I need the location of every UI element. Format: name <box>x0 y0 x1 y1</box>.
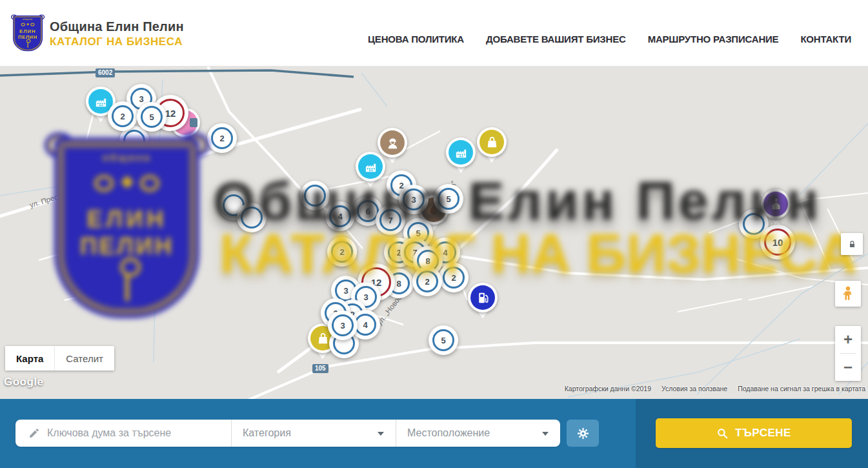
cluster-count: 5 <box>149 112 154 122</box>
municipality-crest-icon: община ЕЛИН ПЕЛИН <box>13 15 43 52</box>
site-logo[interactable]: община ЕЛИН ПЕЛИН Община Елин Пелин КАТА… <box>13 15 184 52</box>
chevron-down-icon <box>542 432 549 436</box>
cluster-marker[interactable]: 2 <box>327 237 357 267</box>
factory-pin-marker[interactable] <box>446 137 476 167</box>
cluster-marker[interactable] <box>300 181 330 210</box>
cluster-count: 3 <box>343 286 348 296</box>
bag-pin-marker[interactable] <box>477 127 507 157</box>
fuel-pin-marker[interactable] <box>468 283 498 312</box>
map[interactable]: ул. Преславбул. „Новоселци“ 325122235647… <box>0 66 868 399</box>
cluster-count: 5 <box>441 336 445 345</box>
crest-shield: община ЕЛИН ПЕЛИН <box>13 15 43 51</box>
cluster-count: 4 <box>363 320 367 330</box>
pencil-icon <box>28 427 40 439</box>
zoom-in-button[interactable]: + <box>835 326 861 353</box>
map-type-map-button[interactable]: Карта <box>5 346 54 371</box>
search-button-label: ТЪРСЕНЕ <box>735 427 791 440</box>
lock-button[interactable] <box>841 233 863 255</box>
municipality-crest: община ЕЛИН ПЕЛИН <box>13 15 43 51</box>
cluster-count: 6 <box>365 207 370 216</box>
cluster-marker[interactable]: 5 <box>429 325 458 355</box>
road-label <box>190 118 197 127</box>
markers-layer: 325122235647522748128223338345106002105 <box>0 66 868 399</box>
cluster-count: 3 <box>340 321 345 331</box>
site-subtitle: КАТАЛОГ НА БИЗНЕСА <box>50 36 184 48</box>
google-logo[interactable]: Google <box>4 376 44 389</box>
crest-tail-ornament <box>27 42 28 48</box>
search-bar: Категория Местоположение <box>0 399 868 468</box>
map-type-control: Карта Сателит <box>5 346 114 371</box>
cluster-marker[interactable] <box>237 203 267 232</box>
location-select-label: Местоположение <box>407 427 490 439</box>
location-select[interactable]: Местоположение <box>396 420 560 447</box>
bag-icon <box>479 130 504 154</box>
cluster-count: 8 <box>396 279 401 289</box>
factory-pin-marker[interactable] <box>356 152 385 181</box>
cluster-count: 4 <box>443 248 447 258</box>
cluster-marker[interactable]: 3 <box>328 310 358 340</box>
category-select[interactable]: Категория <box>232 420 396 447</box>
crest-ornament <box>13 21 43 28</box>
search-icon <box>716 427 729 440</box>
header: община ЕЛИН ПЕЛИН Община Елин Пелин КАТА… <box>0 0 868 66</box>
nav-contacts[interactable]: КОНТАКТИ <box>800 34 851 45</box>
map-copyright: Картографски данни ©2019 <box>565 385 651 392</box>
zoom-out-button[interactable]: − <box>835 354 861 381</box>
zoom-control: + − <box>835 326 861 381</box>
keyword-field <box>15 420 231 447</box>
cluster-marker[interactable]: 10 <box>760 225 795 259</box>
nav-pricing-policy[interactable]: ЦЕНОВА ПОЛИТИКА <box>368 34 464 45</box>
pegman-icon <box>840 285 856 302</box>
search-panel: Категория Местоположение <box>15 420 560 447</box>
factory-icon <box>449 140 473 165</box>
cluster-count: 4 <box>338 212 342 221</box>
main-nav: ЦЕНОВА ПОЛИТИКА ДОБАВЕТЕ ВАШИЯТ БИЗНЕС М… <box>368 34 851 45</box>
gear-icon <box>576 427 590 440</box>
cluster-count: 2 <box>339 247 344 257</box>
cluster-count: 5 <box>446 194 450 204</box>
cluster-count: 10 <box>772 237 783 248</box>
map-attribution: Картографски данни ©2019 Условия за полз… <box>565 385 865 392</box>
cluster-count: 3 <box>411 195 416 205</box>
crest-name-line1: ЕЛИН <box>13 29 43 34</box>
cluster-count: 3 <box>139 94 143 104</box>
cluster-marker[interactable]: 5 <box>137 102 167 132</box>
cluster-count: 2 <box>451 273 456 283</box>
page: община ЕЛИН ПЕЛИН Община Елин Пелин КАТА… <box>0 0 868 468</box>
church-icon <box>763 192 788 216</box>
settings-button[interactable] <box>567 420 599 447</box>
keyword-input[interactable] <box>47 420 231 447</box>
lock-icon <box>847 239 858 250</box>
cluster-marker[interactable]: 4 <box>325 201 355 231</box>
cluster-count: 5 <box>416 229 420 238</box>
road-label: 6002 <box>96 68 115 77</box>
cluster-marker[interactable]: 7 <box>376 205 405 235</box>
logo-text: Община Елин Пелин КАТАЛОГ НА БИЗНЕСА <box>50 19 184 48</box>
cluster-marker[interactable]: 2 <box>207 123 237 153</box>
terms-of-use-link[interactable]: Условия за ползване <box>661 385 727 392</box>
chevron-down-icon <box>378 432 384 436</box>
fuel-icon <box>470 285 495 310</box>
map-type-satellite-button[interactable]: Сателит <box>54 346 114 371</box>
nav-route-schedule[interactable]: МАРШРУТНО РАЗПИСАНИЕ <box>648 34 779 45</box>
cluster-marker[interactable]: 2 <box>108 101 137 131</box>
site-title: Община Елин Пелин <box>50 19 184 34</box>
road-label: 105 <box>312 364 328 373</box>
search-button[interactable]: ТЪРСЕНЕ <box>656 418 852 448</box>
cluster-count: 2 <box>219 134 224 143</box>
cluster-count: 8 <box>425 256 430 266</box>
category-select-label: Категория <box>243 427 291 439</box>
cluster-count: 12 <box>165 108 176 119</box>
cluster-marker[interactable]: 2 <box>412 267 442 296</box>
cluster-marker[interactable]: 3 <box>399 185 429 214</box>
crest-word-obshtina: община <box>13 18 43 20</box>
street-view-pegman-button[interactable] <box>835 281 861 307</box>
cluster-marker[interactable]: 5 <box>434 184 463 214</box>
cluster-count: 2 <box>120 112 125 121</box>
cluster-count: 3 <box>363 292 368 302</box>
nav-add-your-business[interactable]: ДОБАВЕТЕ ВАШИЯТ БИЗНЕС <box>486 34 626 45</box>
report-map-error-link[interactable]: Подаване на сигнал за грешка в картата <box>738 385 865 392</box>
cluster-marker[interactable]: 2 <box>439 263 469 292</box>
factory-icon <box>358 154 383 179</box>
cluster-count: 7 <box>388 216 392 225</box>
